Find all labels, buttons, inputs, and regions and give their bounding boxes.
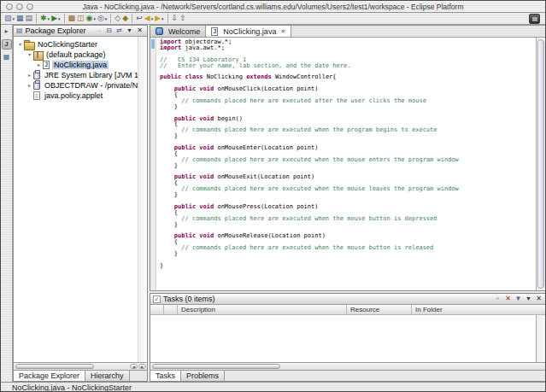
editor-tab-noclicking-java[interactable]: NoClicking.java✕ — [206, 26, 291, 37]
tree-item-jre-system-library-jvm-1-4-1-maco[interactable]: ▸JRE System Library [JVM 1.4.1 (MacO — [14, 70, 147, 80]
scrollbar-thumb[interactable] — [152, 364, 280, 369]
print-button[interactable]: ▤ — [25, 13, 34, 24]
code-line: public void onMouseExit(Location point) — [160, 174, 536, 180]
next-annotation-button[interactable]: ⇩ — [171, 13, 179, 24]
package-explorer-vscrollbar[interactable] — [138, 37, 147, 362]
left-pane-tabs: Package ExplorerHierarchy — [14, 370, 147, 381]
window-titlebar[interactable]: Java - NoClicking.java - /Network/Server… — [1, 1, 545, 13]
package-explorer-hscrollbar[interactable]: ◀ ▶ — [14, 362, 147, 370]
save-button[interactable]: ▦ — [15, 13, 25, 24]
delete-task-button[interactable]: ✕ — [503, 295, 513, 304]
debug-button[interactable]: ✱▾ — [39, 13, 50, 24]
column-header-in-folder[interactable]: In Folder — [412, 305, 546, 314]
tab-package-explorer[interactable]: Package Explorer — [14, 371, 85, 381]
java-search-button[interactable]: ◆ — [121, 13, 129, 24]
column-header-resource[interactable]: Resource — [347, 305, 412, 314]
tree-item-label: java.policy.applet — [43, 91, 104, 100]
project-folder-icon — [24, 40, 33, 49]
code-line: } — [160, 133, 536, 139]
close-tab-icon[interactable]: ✕ — [280, 28, 285, 35]
twisty-closed-icon[interactable]: ▸ — [26, 83, 33, 88]
tasks-table[interactable] — [150, 315, 546, 362]
column-header-icon-0[interactable] — [150, 305, 164, 314]
close-view-button[interactable]: ✕ — [534, 295, 543, 304]
go-into-button[interactable]: → — [94, 26, 103, 36]
tree-item-noclicking-java[interactable]: ▸NoClicking.java — [14, 60, 147, 70]
code-line: // Enter your name, lab section, and the… — [160, 63, 536, 69]
scrollbar-thumb[interactable] — [537, 39, 544, 289]
forward-button[interactable]: ▶▾ — [154, 13, 164, 24]
back-button[interactable]: ◀▾ — [144, 13, 154, 24]
new-package-button[interactable]: ◫ — [76, 13, 85, 24]
resource-perspective-button[interactable]: ▦ — [2, 52, 12, 62]
new-package-icon: ◫ — [77, 15, 85, 22]
open-type-button[interactable]: ◇ — [114, 13, 121, 24]
code-line: public class NoClicking extends WindowCo… — [160, 74, 536, 80]
editor-tab-welcome[interactable]: Welcome — [150, 26, 206, 37]
tree-item-objectdraw-private-network-se[interactable]: ▸OBJECTDRAW - /private/Network/Se — [14, 80, 147, 91]
editor-vscrollbar[interactable] — [536, 38, 546, 290]
file-icon — [33, 91, 40, 100]
new-task-button[interactable]: + — [493, 295, 502, 304]
code-line: // commands placed here are executed whe… — [160, 245, 536, 251]
tree-item-java-policy-applet[interactable]: java.policy.applet — [14, 91, 147, 101]
main-toolbar: ▧▾▦▤✱▾▶▾▩◫◉▾◎▾◇◆↩◀▾▶▾⇩⇧ — [1, 13, 545, 25]
tab-hierarchy[interactable]: Hierarchy — [85, 371, 130, 381]
twisty-closed-icon[interactable]: ▸ — [35, 62, 43, 67]
column-header-icon-1[interactable] — [164, 305, 178, 314]
scroll-right-arrow[interactable]: ▶ — [138, 364, 146, 369]
tasks-hscrollbar[interactable] — [150, 362, 546, 370]
open-perspective-button[interactable]: ▸ — [2, 26, 12, 37]
new-wizard-button[interactable]: ▧▾ — [3, 13, 15, 24]
code-line: } — [160, 251, 536, 257]
java-perspective-button[interactable]: J — [2, 39, 12, 50]
close-view-button[interactable]: ✕ — [135, 26, 144, 36]
new-class-button[interactable]: ◉▾ — [85, 13, 97, 24]
twisty-closed-icon[interactable]: ▸ — [26, 73, 33, 78]
new-interface-button[interactable]: ◎▾ — [97, 13, 108, 24]
run-button[interactable]: ▶▾ — [50, 13, 61, 24]
filter-button[interactable]: ▼ — [514, 295, 523, 304]
column-header-description[interactable]: Description — [178, 305, 347, 314]
next-annotation-icon: ⇩ — [172, 15, 179, 22]
toolbar-right-icon[interactable] — [529, 14, 540, 24]
perspective-bar: ▸J▦ — [1, 25, 13, 382]
window-close-button[interactable] — [6, 3, 13, 10]
code-line: } — [160, 163, 536, 169]
twisty-open-icon[interactable]: ▾ — [16, 42, 24, 47]
package-explorer-view: ▤ Package Explorer →⊟⇄▾✕ ▾NoClickingStar… — [13, 25, 148, 382]
view-menu-button[interactable]: ▾ — [524, 295, 533, 304]
tasks-column-headers: DescriptionResourceIn Folder — [150, 305, 546, 315]
window-controls — [6, 3, 33, 10]
new-java-project-button[interactable]: ▩ — [68, 13, 77, 24]
new-interface-icon: ◎ — [97, 15, 104, 22]
editor-body: import objectdraw.*;import java.awt.*; /… — [150, 38, 546, 290]
window-minimize-button[interactable] — [16, 3, 23, 10]
welcome-icon — [156, 27, 163, 35]
forward-icon: ▶ — [155, 15, 161, 22]
code-line: // commands placed here are executed whe… — [160, 216, 536, 222]
previous-annotation-button[interactable]: ⇧ — [179, 13, 187, 24]
toolbar-separator — [36, 14, 37, 23]
scroll-left-arrow[interactable]: ◀ — [130, 364, 138, 369]
link-with-editor-button[interactable]: ⇄ — [114, 26, 124, 36]
save-icon: ▦ — [16, 15, 24, 22]
collapse-all-button[interactable]: ⊟ — [104, 26, 114, 36]
twisty-open-icon[interactable]: ▾ — [26, 52, 33, 57]
view-menu-button[interactable]: ▾ — [125, 26, 134, 36]
window-zoom-button[interactable] — [26, 3, 33, 10]
package-explorer-toolbar: →⊟⇄▾✕ — [94, 26, 144, 36]
last-edit-location-button[interactable]: ↩ — [135, 13, 144, 24]
tasks-vscrollbar[interactable] — [536, 315, 546, 362]
package-explorer-header: ▤ Package Explorer →⊟⇄▾✕ — [14, 26, 147, 37]
status-text: NoClicking.java - NoClickingStarter — [12, 383, 132, 392]
code-line: public void begin() — [160, 116, 536, 122]
scrollbar-thumb[interactable] — [15, 364, 94, 369]
tree-item-noclickingstarter[interactable]: ▾NoClickingStarter — [14, 39, 147, 50]
dropdown-arrow-icon: ▾ — [58, 16, 61, 21]
java-file-icon — [211, 27, 218, 36]
code-area[interactable]: import objectdraw.*;import java.awt.*; /… — [156, 38, 536, 290]
tab-problems[interactable]: Problems — [181, 371, 225, 381]
tree-item-default-package[interactable]: ▾(default package) — [14, 50, 147, 60]
tab-tasks[interactable]: Tasks — [150, 371, 181, 381]
